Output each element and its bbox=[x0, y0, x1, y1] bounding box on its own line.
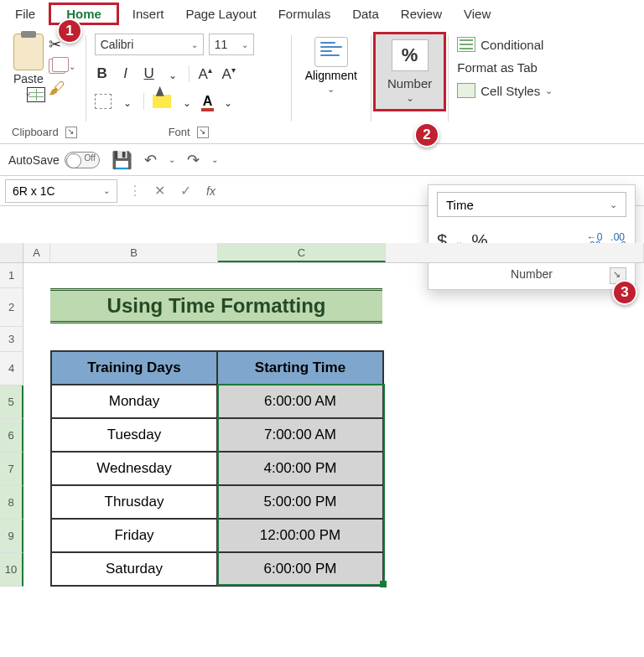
row-header[interactable]: 3 bbox=[0, 327, 23, 352]
borders-button[interactable] bbox=[95, 94, 112, 109]
cell-time[interactable]: 12:00:00 PM bbox=[217, 519, 383, 552]
cell-day[interactable]: Friday bbox=[51, 519, 217, 552]
row-header[interactable]: 4 bbox=[0, 352, 23, 385]
cell-day[interactable]: Thrusday bbox=[51, 485, 217, 519]
copy-icon bbox=[49, 59, 65, 74]
column-headers: A B C bbox=[0, 243, 644, 263]
number-format-select[interactable]: Time⌄ bbox=[437, 192, 626, 217]
chevron-down-icon[interactable]: ⌄ bbox=[165, 70, 180, 81]
font-name-value: Calibri bbox=[101, 38, 134, 51]
clipboard-launcher[interactable] bbox=[65, 127, 77, 138]
undo-button[interactable]: ↶ bbox=[144, 151, 157, 169]
cell-time[interactable]: 5:00:00 PM bbox=[217, 485, 383, 519]
format-table-label: Format as Tab bbox=[457, 60, 538, 75]
row-headers: 1 2 3 4 5 6 7 8 9 10 bbox=[0, 263, 23, 587]
tab-formulas[interactable]: Formulas bbox=[270, 3, 340, 24]
chevron-down-icon[interactable]: ⌄ bbox=[221, 97, 236, 109]
cell-day[interactable]: Monday bbox=[51, 385, 217, 418]
number-format-button[interactable]: % Number ⌄ bbox=[376, 34, 444, 109]
col-header-C[interactable]: C bbox=[218, 243, 386, 262]
cell-time[interactable]: 7:00:00 AM bbox=[217, 418, 383, 452]
tab-page-layout[interactable]: Page Layout bbox=[177, 3, 264, 24]
cell-day[interactable]: Tuesday bbox=[51, 418, 217, 452]
table-icon bbox=[27, 87, 45, 102]
col-header-A[interactable]: A bbox=[23, 243, 50, 262]
name-box[interactable]: 6R x 1C⌄ bbox=[5, 179, 117, 203]
ribbon: Paste ⌄ ✂ ⌄ 🖌 Clipboard Calibri⌄ 11⌄ B I… bbox=[0, 27, 644, 144]
ribbon-tabs: File Home Insert Page Layout Formulas Da… bbox=[0, 0, 644, 27]
conditional-icon bbox=[457, 37, 475, 52]
cancel-formula-button[interactable]: ✕ bbox=[154, 183, 165, 199]
format-as-table-button[interactable]: Format as Tab bbox=[457, 60, 553, 75]
font-group-label: Font bbox=[169, 126, 190, 138]
redo-button[interactable]: ↷ bbox=[187, 151, 200, 169]
tab-file[interactable]: File bbox=[7, 3, 44, 24]
row-header[interactable]: 8 bbox=[0, 486, 23, 520]
cell-styles-label: Cell Styles bbox=[480, 84, 540, 98]
group-font: Calibri⌄ 11⌄ B I U⌄ A▴ A▾ ⌄ ⌄ A⌄ Font bbox=[88, 32, 289, 143]
cell-day[interactable]: Wednesday bbox=[51, 452, 217, 485]
group-styles: Conditional Format as Tab Cell Styles ⌄ bbox=[450, 32, 559, 143]
row-header[interactable]: 5 bbox=[0, 385, 23, 419]
grow-font-button[interactable]: A▴ bbox=[198, 65, 213, 83]
tab-insert[interactable]: Insert bbox=[124, 3, 173, 24]
worksheet: A B C 1 2 3 4 5 6 7 8 9 10 Using Time Fo… bbox=[0, 243, 644, 587]
chevron-down-icon[interactable]: ⌄ bbox=[179, 97, 195, 109]
font-color-button[interactable]: A bbox=[203, 94, 213, 109]
th-days: Training Days bbox=[51, 351, 217, 385]
number-label: Number bbox=[387, 76, 432, 91]
chevron-down-icon[interactable]: ⌄ bbox=[406, 92, 414, 104]
alignment-icon bbox=[314, 37, 348, 67]
col-header-B[interactable]: B bbox=[50, 243, 218, 262]
save-button[interactable]: 💾 bbox=[112, 150, 132, 170]
chevron-down-icon[interactable]: ⌄ bbox=[120, 97, 135, 109]
percent-icon: % bbox=[392, 39, 428, 71]
cell-time[interactable]: 6:00:00 PM bbox=[217, 552, 383, 586]
tab-view[interactable]: View bbox=[455, 3, 499, 24]
tab-data[interactable]: Data bbox=[344, 3, 387, 24]
autosave-state: Off bbox=[85, 153, 96, 163]
alignment-label: Alignment bbox=[305, 69, 357, 82]
tab-review[interactable]: Review bbox=[392, 3, 450, 24]
callout-badge-1: 1 bbox=[57, 18, 82, 44]
brush-icon: 🖌 bbox=[49, 79, 65, 98]
switch-icon: Off bbox=[65, 152, 100, 168]
th-time: Starting Time bbox=[217, 351, 383, 385]
shrink-font-button[interactable]: A▾ bbox=[221, 65, 236, 83]
accept-formula-button[interactable]: ✓ bbox=[180, 183, 191, 199]
cells-area[interactable]: Using Time Formatting Training Days Star… bbox=[23, 263, 644, 587]
cell-time[interactable]: 4:00:00 PM bbox=[217, 452, 383, 485]
bold-button[interactable]: B bbox=[95, 65, 110, 82]
select-all-corner[interactable] bbox=[0, 243, 23, 262]
font-name-combo[interactable]: Calibri⌄ bbox=[95, 34, 204, 55]
italic-button[interactable]: I bbox=[118, 65, 133, 82]
fx-icon[interactable]: fx bbox=[206, 184, 216, 198]
underline-button[interactable]: U bbox=[142, 65, 157, 82]
chevron-down-icon[interactable]: ⌄ bbox=[327, 84, 335, 95]
cell-time[interactable]: 6:00:00 AM bbox=[217, 385, 383, 418]
cell-styles-button[interactable]: Cell Styles ⌄ bbox=[457, 83, 553, 98]
row-header[interactable]: 2 bbox=[0, 288, 23, 327]
format-painter-button[interactable]: 🖌 bbox=[49, 79, 75, 98]
fill-color-button[interactable] bbox=[153, 95, 171, 108]
font-size-combo[interactable]: 11⌄ bbox=[209, 34, 254, 55]
autosave-toggle[interactable]: AutoSave Off bbox=[8, 152, 100, 168]
autosave-label: AutoSave bbox=[8, 153, 60, 167]
row-header[interactable]: 6 bbox=[0, 419, 23, 453]
number-format-value: Time bbox=[446, 198, 474, 212]
cell-styles-icon bbox=[457, 83, 475, 98]
row-header[interactable]: 7 bbox=[0, 453, 23, 486]
tab-home[interactable]: Home bbox=[49, 3, 119, 25]
row-header[interactable]: 1 bbox=[0, 263, 23, 288]
data-table: Training Days Starting Time Monday6:00:0… bbox=[50, 350, 384, 587]
font-launcher[interactable] bbox=[197, 127, 209, 138]
cell-day[interactable]: Saturday bbox=[51, 552, 217, 586]
row-header[interactable]: 9 bbox=[0, 520, 23, 553]
alignment-button[interactable]: Alignment ⌄ bbox=[300, 34, 362, 98]
col-header-rest bbox=[386, 243, 644, 262]
font-size-value: 11 bbox=[215, 38, 228, 51]
copy-button[interactable]: ⌄ bbox=[49, 59, 75, 74]
row-header[interactable]: 10 bbox=[0, 553, 23, 587]
conditional-formatting-button[interactable]: Conditional bbox=[457, 37, 553, 52]
quick-access-toolbar: AutoSave Off 💾 ↶⌄ ↷⌄ bbox=[0, 144, 644, 176]
